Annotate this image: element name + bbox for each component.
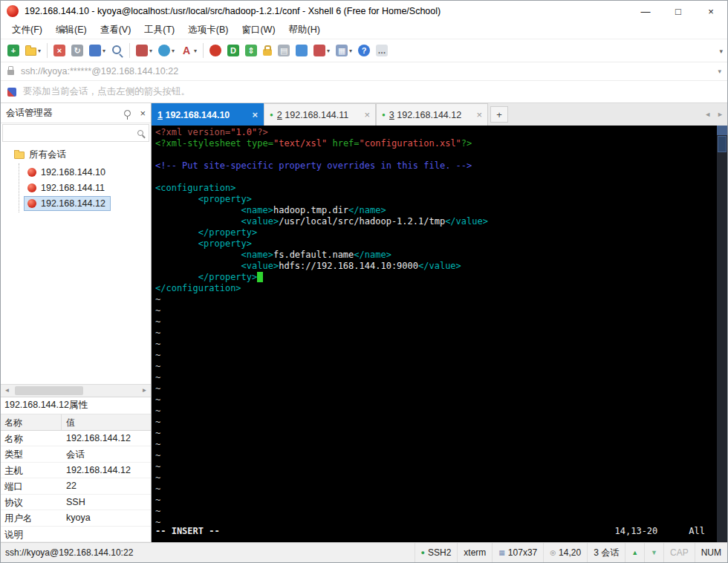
open-session-button[interactable]: ▾ xyxy=(23,41,43,60)
session-count-indicator: 3 会话 xyxy=(587,543,625,562)
session-tab-3[interactable]: ●3 192.168.144.12× xyxy=(376,103,488,126)
scroll-down-button[interactable]: ▼ xyxy=(644,543,663,562)
terminal[interactable]: <?xml version="1.0"?><?xml-stylesheet ty… xyxy=(152,126,727,542)
tree-item-all-sessions[interactable]: 所有会话 xyxy=(1,146,151,163)
property-row: 协议SSH xyxy=(1,495,151,511)
new-tab-button[interactable]: + xyxy=(490,106,508,123)
reconnect-button[interactable]: ↻ xyxy=(69,41,85,60)
xftp-icon: D xyxy=(227,45,239,56)
position-icon: ◎ xyxy=(550,550,556,556)
tab-close-icon[interactable]: × xyxy=(476,110,482,120)
session-item-3[interactable]: 192.168.144.12 xyxy=(24,196,111,211)
property-row: 主机192.168.144.12 xyxy=(1,463,151,479)
disconnect-button[interactable]: × xyxy=(51,41,68,60)
menu-item-3[interactable]: 查看(V) xyxy=(94,24,138,36)
fullscreen-icon: ⇕ xyxy=(245,45,257,56)
xftp-button[interactable]: D xyxy=(225,41,241,60)
toolbar-separator xyxy=(129,43,130,58)
help-button[interactable]: ? xyxy=(356,41,372,60)
new-window-icon xyxy=(89,45,101,56)
session-icon xyxy=(27,168,36,177)
close-button[interactable]: × xyxy=(695,1,727,22)
terminal-text: <!-- Put site-specific property override… xyxy=(155,160,472,171)
terminal-tilde: ~ xyxy=(155,484,160,494)
menu-item-6[interactable]: 窗口(W) xyxy=(235,24,282,36)
compose-button[interactable]: ▾ xyxy=(134,41,155,60)
terminal-tilde: ~ xyxy=(155,506,160,516)
virtual-keyboard-button[interactable]: ▤ xyxy=(276,41,292,60)
session-search-input[interactable] xyxy=(7,128,137,138)
find-icon xyxy=(111,45,123,56)
menu-item-1[interactable]: 文件(F) xyxy=(5,24,49,36)
xshell-session-button[interactable] xyxy=(207,41,224,60)
session-count-indicator-label: 3 会话 xyxy=(594,547,619,559)
panel-close-icon[interactable]: × xyxy=(140,108,146,118)
new-terminal-button[interactable]: + xyxy=(5,41,22,60)
menu-item-5[interactable]: 选项卡(B) xyxy=(181,24,235,36)
address-bar[interactable]: ssh://kyoya:******@192.168.144.10:22 ▾ xyxy=(1,62,727,80)
dropdown-caret-icon: ▾ xyxy=(103,48,105,54)
scroll-left-icon[interactable]: ◄ xyxy=(1,387,13,394)
toolbar-overflow-caret-icon[interactable]: ▾ xyxy=(719,48,723,55)
terminal-tilde-line: ~ xyxy=(155,506,727,517)
scroll-up-button[interactable]: ▲ xyxy=(625,543,644,562)
tab-close-icon[interactable]: × xyxy=(364,110,370,120)
session-tab-2[interactable]: ●2 192.168.144.11× xyxy=(264,103,376,126)
address-dropdown-caret-icon[interactable]: ▾ xyxy=(718,68,721,75)
menu-item-7[interactable]: 帮助(H) xyxy=(282,24,327,36)
terminal-tilde-line: ~ xyxy=(155,450,727,461)
session-item-1[interactable]: 192.168.144.10 xyxy=(24,165,111,180)
window-controls: — □ × xyxy=(629,1,727,22)
new-window-button[interactable]: ▾ xyxy=(87,41,108,60)
terminal-scrollbar[interactable] xyxy=(717,126,727,542)
terminal-type-indicator: xterm xyxy=(457,543,492,562)
terminal-tilde: ~ xyxy=(155,472,160,483)
title-bar[interactable]: 192.168.144.10 - kyoya@localhost:/usr/lo… xyxy=(1,1,727,22)
sidebar-hscrollbar-track[interactable] xyxy=(13,385,138,397)
terminal-text: </name> xyxy=(354,250,391,260)
session-search[interactable] xyxy=(2,124,149,142)
properties-table-body: 名称192.168.144.12类型会话主机192.168.144.12端口22… xyxy=(1,431,151,543)
sidebar-hscrollbar[interactable]: ◄ ► xyxy=(1,384,151,397)
layout-button[interactable]: ▦▾ xyxy=(334,41,354,60)
property-value xyxy=(62,527,151,542)
terminal-tilde: ~ xyxy=(155,428,160,438)
caps-lock-indicator: CAP xyxy=(663,543,695,562)
lock-screen-button[interactable] xyxy=(261,41,274,60)
tab-scroll-right-icon[interactable]: ► xyxy=(717,111,724,118)
terminal-scrollbar-button[interactable] xyxy=(717,126,727,135)
tab-scroll-left-icon[interactable]: ◄ xyxy=(704,111,711,118)
folder-icon xyxy=(14,152,25,159)
terminal-tilde-line: ~ xyxy=(155,305,727,316)
help-icon: ? xyxy=(358,45,370,56)
terminal-scrollbar-thumb[interactable] xyxy=(718,136,727,152)
up-arrow-icon: ▲ xyxy=(631,550,638,556)
fullscreen-button[interactable]: ⇕ xyxy=(243,41,259,60)
menu-item-4[interactable]: 工具(T) xyxy=(137,24,181,36)
tools-button[interactable]: ▾ xyxy=(311,41,332,60)
find-button[interactable] xyxy=(109,41,126,60)
feedback-button[interactable]: … xyxy=(374,41,390,60)
protocol-indicator: ●SSH2 xyxy=(415,543,458,562)
terminal-text: <name> xyxy=(155,250,273,260)
encoding-button[interactable]: ▾ xyxy=(156,41,177,60)
property-name: 名称 xyxy=(1,431,62,446)
session-item-2[interactable]: 192.168.144.11 xyxy=(24,180,110,195)
terminal-line: <property> xyxy=(155,238,727,250)
maximize-button[interactable]: □ xyxy=(662,1,695,22)
cursor-position-indicator: ◎14,20 xyxy=(543,543,587,562)
highlight-pen-button[interactable] xyxy=(293,41,310,60)
tab-label: 3 192.168.144.12 xyxy=(389,110,461,120)
sidebar-hscrollbar-thumb[interactable] xyxy=(15,386,83,395)
tab-close-icon[interactable]: × xyxy=(252,110,258,120)
session-tab-1[interactable]: 1 192.168.144.10× xyxy=(152,103,264,126)
minimize-button[interactable]: — xyxy=(629,1,662,22)
menu-item-2[interactable]: 编辑(E) xyxy=(49,24,94,36)
session-label: 192.168.144.11 xyxy=(41,183,105,193)
add-session-arrow-icon[interactable] xyxy=(7,88,16,97)
pin-icon[interactable] xyxy=(124,110,131,117)
properties-header: 名称 值 xyxy=(1,414,151,431)
scroll-right-icon[interactable]: ► xyxy=(138,387,151,394)
font-button[interactable]: A▾ xyxy=(178,41,199,60)
terminal-tilde-line: ~ xyxy=(155,294,727,305)
